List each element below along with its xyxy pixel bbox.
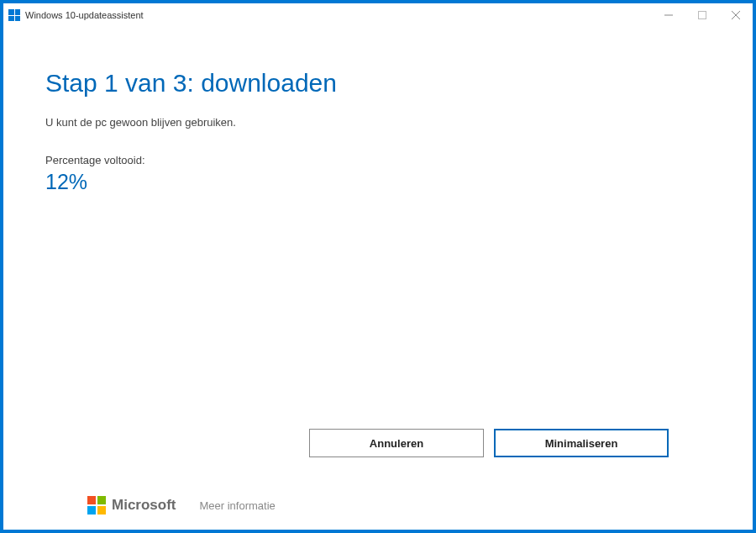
window-controls <box>652 3 753 27</box>
windows-logo-icon <box>8 9 20 21</box>
window: Windows 10-updateassistent Stap 1 van 3:… <box>3 3 753 530</box>
microsoft-logo-icon <box>87 496 106 515</box>
maximize-window-button[interactable] <box>685 3 719 27</box>
titlebar: Windows 10-updateassistent <box>3 3 753 27</box>
svg-rect-1 <box>699 12 706 19</box>
minimize-window-button[interactable] <box>652 3 685 27</box>
page-heading: Stap 1 van 3: downloaden <box>45 69 711 98</box>
content-area: Stap 1 van 3: downloaden U kunt de pc ge… <box>3 27 753 530</box>
microsoft-logo: Microsoft <box>87 496 176 515</box>
footer: Microsoft Meer informatie <box>45 496 711 530</box>
cancel-button[interactable]: Annuleren <box>309 429 484 457</box>
minimize-button[interactable]: Minimaliseren <box>494 429 669 457</box>
page-subtext: U kunt de pc gewoon blijven gebruiken. <box>45 116 711 129</box>
button-row: Annuleren Minimaliseren <box>45 429 711 457</box>
progress-label: Percentage voltooid: <box>45 154 711 166</box>
microsoft-logo-text: Microsoft <box>112 497 176 514</box>
progress-value: 12% <box>45 170 711 194</box>
close-window-button[interactable] <box>719 3 753 27</box>
more-info-link[interactable]: Meer informatie <box>200 499 276 512</box>
window-title: Windows 10-updateassistent <box>25 10 652 20</box>
